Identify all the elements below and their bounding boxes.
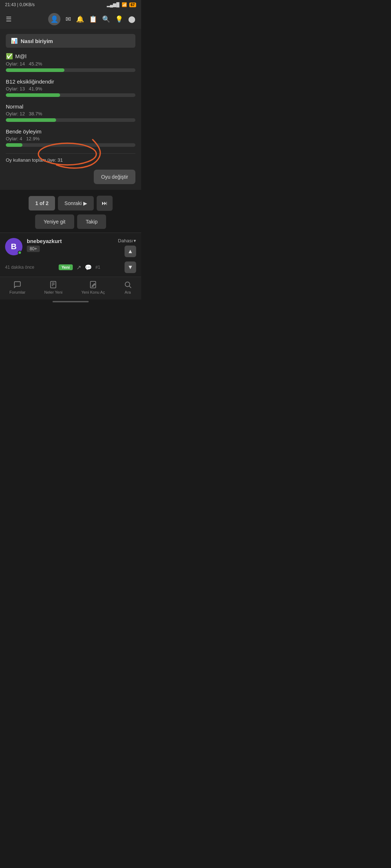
next-icon: ▶ — [83, 200, 87, 206]
poll-option-name-3: Normal — [6, 103, 23, 110]
nav-search-label: Ara — [125, 290, 131, 294]
poll-option-1[interactable]: ✅ M@l Oylar: 14 45.2% — [6, 53, 135, 72]
svg-point-6 — [125, 282, 130, 287]
post-header: B bnebeyazkurt 80+ Dahası ▾ ▲ — [5, 238, 136, 257]
go-new-button[interactable]: Yeniye git — [35, 214, 74, 229]
poll-header-title: Nasıl biriyim — [21, 38, 53, 44]
chevron-down-icon: ▾ — [134, 238, 136, 243]
signal-icon: ▂▄▆█ — [107, 2, 119, 7]
poll-stats-2: Oylar: 13 41.9% — [6, 86, 135, 92]
post-section: B bnebeyazkurt 80+ Dahası ▾ ▲ 41 dakika … — [0, 233, 141, 277]
nav-search[interactable]: Ara — [124, 281, 132, 294]
next-page-button[interactable]: Sonraki ▶ — [58, 196, 93, 210]
poll-header: 📊 Nasıl biriyim — [6, 34, 135, 48]
bottom-nav: Forumlar Neler Yeni Yeni Konu Aç Ara — [0, 277, 141, 299]
last-icon: ⏭ — [102, 200, 108, 207]
comment-icon[interactable]: 💬 — [85, 264, 92, 271]
forum-icon — [13, 281, 21, 289]
change-vote-button[interactable]: Oyu değiştir — [94, 170, 135, 184]
navbar: ☰ 👤 ✉ 🔔 📋 🔍 💡 ⬤ — [0, 9, 141, 29]
poll-stats-3: Oylar: 12 38.7% — [6, 111, 135, 116]
wifi-icon: 📶 — [122, 2, 127, 7]
pagination-row-1: 1 of 2 Sonraki ▶ ⏭ — [29, 196, 112, 211]
mail-icon[interactable]: ✉ — [66, 15, 71, 23]
online-indicator — [18, 251, 22, 255]
poll-bar-track-4 — [6, 143, 135, 147]
nav-whats-new-label: Neler Yeni — [44, 290, 62, 294]
poll-bar-track-1 — [6, 68, 135, 72]
edit-icon — [89, 281, 97, 289]
svg-line-7 — [129, 286, 131, 288]
pagination-row-2: Yeniye git Takip — [35, 214, 106, 229]
battery-indicator: 67 — [129, 3, 136, 7]
poll-bar-fill-1 — [6, 68, 64, 72]
post-actions: Yeni ↗ 💬 #1 — [59, 264, 100, 271]
nav-new-topic-label: Yeni Konu Aç — [81, 290, 105, 294]
poll-bar-track-3 — [6, 118, 135, 122]
doc-icon[interactable]: 📋 — [89, 15, 97, 23]
nav-whats-new[interactable]: Neler Yeni — [44, 281, 62, 294]
search-bottom-icon — [124, 281, 132, 289]
bulb-icon[interactable]: 💡 — [115, 15, 123, 23]
document-icon — [49, 281, 57, 289]
user-avatar: B — [5, 238, 22, 255]
post-right: Dahası ▾ ▲ — [118, 238, 136, 257]
poll-bar-track-2 — [6, 93, 135, 97]
scroll-up-button[interactable]: ▲ — [125, 246, 136, 257]
post-time: 41 dakika önce — [5, 265, 34, 270]
poll-option-name-2: B12 eksikliğindendir — [6, 78, 54, 85]
poll-bar-fill-3 — [6, 118, 56, 122]
menu-icon[interactable]: ☰ — [6, 15, 12, 23]
post-footer: 41 dakika önce Yeni ↗ 💬 #1 ▼ — [5, 261, 136, 273]
username[interactable]: bnebeyazkurt — [27, 238, 114, 244]
more-button[interactable]: Dahası ▾ — [118, 238, 136, 243]
poll-bar-fill-2 — [6, 93, 60, 97]
pagination-section: 1 of 2 Sonraki ▶ ⏭ Yeniye git Takip — [0, 190, 141, 233]
poll-total-label: Oy kullanan toplam üye: — [6, 157, 56, 163]
poll-section: 📊 Nasıl biriyim ✅ M@l Oylar: 14 45.2% B1… — [0, 29, 141, 190]
poll-header-icon: 📊 — [11, 38, 18, 44]
nav-new-topic[interactable]: Yeni Konu Aç — [81, 281, 105, 294]
poll-total: Oy kullanan toplam üye: 31 — [6, 153, 135, 165]
poll-actions: Oyu değiştir — [6, 165, 135, 190]
nav-forums-label: Forumlar — [9, 290, 25, 294]
status-time-network: 21:43 | 0,0KB/s — [5, 2, 35, 7]
home-indicator — [52, 301, 89, 302]
poll-option-2[interactable]: B12 eksikliğindendir Oylar: 13 41.9% — [6, 78, 135, 97]
poll-total-count: 31 — [58, 157, 63, 163]
follow-button[interactable]: Takip — [77, 214, 106, 229]
poll-option-name-4: Bende öyleyim — [6, 128, 41, 135]
poll-stats-4: Oylar: 4 12.9% — [6, 136, 135, 141]
share-icon[interactable]: ↗ — [76, 264, 81, 271]
poll-bar-fill-4 — [6, 143, 22, 147]
post-number: #1 — [96, 265, 100, 270]
poll-stats-1: Oylar: 14 45.2% — [6, 61, 135, 67]
last-page-button[interactable]: ⏭ — [97, 196, 113, 211]
bell-icon[interactable]: 🔔 — [76, 15, 84, 23]
search-nav-icon[interactable]: 🔍 — [102, 15, 110, 23]
poll-option-name-1: M@l — [15, 53, 26, 59]
status-bar: 21:43 | 0,0KB/s ▂▄▆█ 📶 67 — [0, 0, 141, 9]
poll-option-4[interactable]: Bende öyleyim Oylar: 4 12.9% — [6, 128, 135, 147]
user-avatar-nav[interactable]: 👤 — [48, 13, 60, 25]
scroll-down-button[interactable]: ▼ — [125, 261, 136, 273]
poll-option-3[interactable]: Normal Oylar: 12 38.7% — [6, 103, 135, 122]
check-icon-1: ✅ — [6, 53, 13, 60]
new-badge: Yeni — [59, 264, 73, 270]
post-meta: bnebeyazkurt 80+ — [27, 238, 114, 252]
annotation-arrow — [6, 165, 135, 165]
current-page-button[interactable]: 1 of 2 — [29, 196, 55, 210]
toggle-icon[interactable]: ⬤ — [128, 15, 135, 23]
user-badge: 80+ — [27, 246, 40, 252]
next-label: Sonraki — [64, 200, 81, 206]
nav-forums[interactable]: Forumlar — [9, 281, 25, 294]
